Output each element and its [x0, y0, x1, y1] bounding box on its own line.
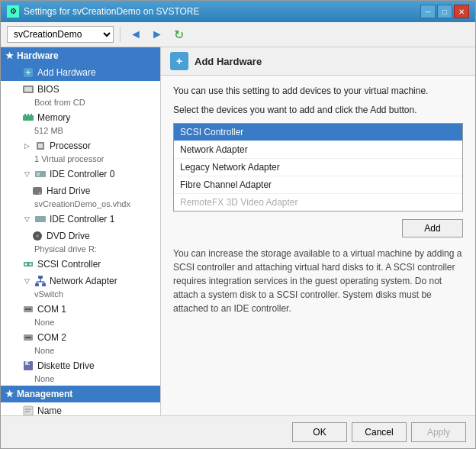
sidebar-item-ide-ctrl-1[interactable]: ▽ IDE Controller 1	[1, 211, 160, 228]
processor-icon	[34, 140, 47, 152]
svg-text:+: +	[25, 67, 31, 78]
hard-drive-label: Hard Drive	[47, 186, 90, 196]
minimize-button[interactable]: ─	[420, 5, 436, 18]
svg-rect-14	[35, 216, 46, 222]
processor-expander: ▷	[22, 141, 31, 150]
svg-rect-3	[24, 87, 32, 92]
svg-rect-7	[31, 114, 32, 115]
svg-point-16	[36, 234, 39, 237]
network-label: Network Adapter	[50, 276, 117, 286]
bios-icon	[22, 83, 34, 95]
hard-drive-sub: svCreationDemo_os.vhdx	[1, 199, 160, 211]
sidebar-item-bios[interactable]: BIOS	[1, 81, 160, 98]
section-title-bar: + Add Hardware	[161, 47, 475, 76]
svg-rect-34	[24, 406, 33, 415]
network-sub: vSwitch	[1, 289, 160, 301]
right-content: You can use this setting to add devices …	[161, 76, 475, 415]
sidebar-item-ide-ctrl-0[interactable]: ▽ IDE Controller 0	[1, 166, 160, 183]
sidebar-item-add-hardware[interactable]: + Add Hardware	[1, 64, 160, 81]
back-button[interactable]: ◄	[127, 25, 145, 44]
window-icon: ⚙	[7, 5, 19, 18]
hardware-section-label: Hardware	[17, 50, 59, 61]
sidebar-item-com2[interactable]: COM 2	[1, 329, 160, 346]
hardware-section-header: ★ Hardware	[1, 47, 160, 64]
network-icon	[34, 275, 47, 287]
sidebar-item-network-adapter[interactable]: ▽ Network Adapter	[1, 273, 160, 289]
processor-label: Processor	[50, 141, 91, 151]
ide1-icon	[34, 213, 47, 225]
svg-rect-6	[27, 114, 29, 115]
svg-rect-11	[37, 173, 40, 176]
close-button[interactable]: ✕	[454, 5, 469, 18]
management-section-label: Management	[17, 389, 72, 399]
bottom-bar: OK Cancel Apply	[1, 415, 475, 448]
svg-rect-5	[24, 114, 26, 115]
scsi-label: SCSI Controller	[37, 259, 101, 270]
dvd-drive-label: DVD Drive	[47, 231, 90, 241]
add-button-row: Add	[173, 219, 463, 237]
ide1-expander: ▽	[22, 215, 31, 224]
device-fibre-channel[interactable]: Fibre Channel Adapter	[174, 176, 462, 194]
apply-button[interactable]: Apply	[411, 422, 466, 442]
left-panel: ★ Hardware + Add Hardware BIOS Boot from…	[1, 47, 161, 415]
window-controls: ─ □ ✕	[420, 5, 469, 18]
svg-rect-9	[38, 144, 43, 148]
info-text: You can increase the storage available t…	[173, 247, 463, 315]
toolbar-separator	[120, 27, 121, 42]
svg-rect-22	[42, 283, 46, 286]
memory-icon	[22, 111, 34, 124]
sidebar-item-processor[interactable]: ▷ Processor	[1, 137, 160, 154]
management-section-header: ★ Management	[1, 386, 160, 402]
add-button[interactable]: Add	[402, 219, 463, 237]
sidebar-item-name[interactable]: Name	[1, 402, 160, 415]
window-title: Settings for svCreationDemo on SVSTORE	[24, 6, 200, 17]
sidebar-item-com1[interactable]: COM 1	[1, 301, 160, 318]
sidebar-item-scsi-controller[interactable]: SCSI Controller	[1, 256, 160, 273]
memory-label: Memory	[37, 112, 70, 123]
ide1-label: IDE Controller 1	[50, 214, 114, 224]
management-star-icon: ★	[5, 389, 14, 399]
svg-text:+: +	[176, 55, 182, 67]
processor-sub: 1 Virtual processor	[1, 154, 160, 166]
svg-point-18	[25, 263, 27, 266]
svg-rect-28	[25, 308, 31, 310]
cancel-button[interactable]: Cancel	[352, 422, 407, 442]
section-title-text: Add Hardware	[195, 56, 262, 67]
net-expander: ▽	[22, 276, 31, 286]
com1-icon	[22, 303, 34, 315]
hard-drive-icon	[31, 185, 43, 197]
add-hardware-section-icon: +	[170, 52, 188, 70]
svg-point-13	[39, 192, 41, 195]
diskette-label: Diskette Drive	[37, 360, 95, 371]
device-legacy-network-adapter[interactable]: Legacy Network Adapter	[174, 159, 462, 176]
add-hardware-icon: +	[22, 66, 34, 79]
sidebar-item-diskette[interactable]: Diskette Drive	[1, 357, 160, 374]
device-network-adapter[interactable]: Network Adapter	[174, 141, 462, 159]
svg-rect-4	[23, 115, 34, 121]
title-bar: ⚙ Settings for svCreationDemo on SVSTORE…	[1, 1, 475, 22]
svg-point-19	[30, 263, 32, 266]
name-icon	[22, 405, 34, 415]
ok-button[interactable]: OK	[292, 422, 347, 442]
dvd-drive-icon	[31, 230, 43, 242]
com2-sub: None	[1, 346, 160, 357]
sidebar-item-memory[interactable]: Memory	[1, 109, 160, 126]
vm-select[interactable]: svCreationDemo	[7, 26, 114, 43]
com1-label: COM 1	[37, 304, 66, 315]
memory-sub: 512 MB	[1, 126, 160, 137]
refresh-button[interactable]: ↻	[169, 25, 188, 44]
maximize-button[interactable]: □	[437, 5, 452, 18]
device-scsi-controller[interactable]: SCSI Controller	[174, 124, 462, 141]
main-window: ⚙ Settings for svCreationDemo on SVSTORE…	[0, 0, 476, 449]
svg-rect-20	[38, 276, 43, 279]
svg-rect-33	[28, 362, 30, 364]
forward-button[interactable]: ►	[148, 25, 166, 44]
svg-rect-30	[25, 337, 31, 338]
svg-rect-21	[35, 283, 39, 286]
sidebar-item-hard-drive[interactable]: Hard Drive	[1, 183, 160, 199]
bios-label: BIOS	[37, 84, 60, 95]
ide0-expander: ▽	[22, 170, 31, 179]
diskette-sub: None	[1, 374, 160, 386]
desc-text-1: You can use this setting to add devices …	[173, 85, 463, 98]
sidebar-item-dvd-drive[interactable]: DVD Drive	[1, 228, 160, 244]
